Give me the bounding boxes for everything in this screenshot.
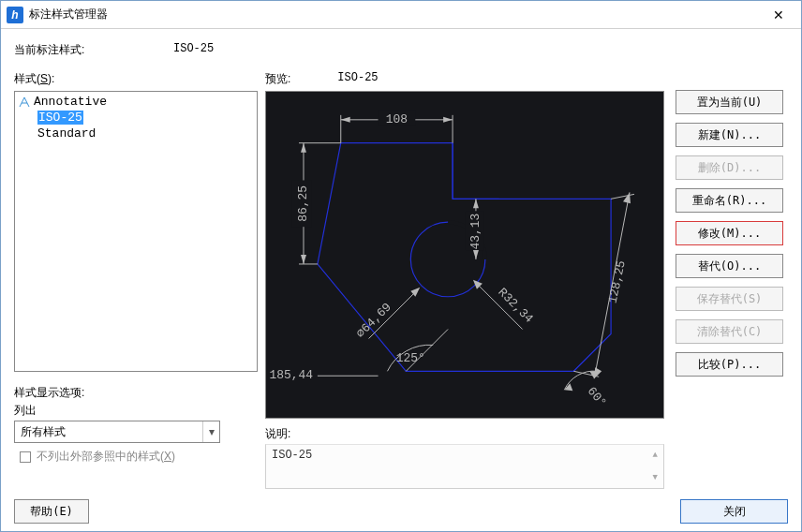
dropdown-value: 所有样式 [15,424,202,440]
footer: 关闭 [680,499,788,524]
modify-button[interactable]: 修改(M)... [676,221,783,245]
display-options: 样式显示选项: 列出 所有样式 ▾ 不列出外部参照中的样式(X) [14,385,258,465]
styles-listbox[interactable]: Annotative ISO-25 Standard [14,91,258,372]
current-style-row: 当前标注样式: ISO-25 [14,42,788,58]
filter-dropdown[interactable]: 所有样式 ▾ [14,421,220,443]
description-box: ISO-25 ▲ ▼ [265,444,664,489]
description-value: ISO-25 [272,449,312,462]
list-label: 列出 [14,403,258,419]
override-button[interactable]: 替代(O)... [676,254,783,278]
svg-line-21 [611,194,634,199]
svg-text:R32,34: R32,34 [495,285,536,326]
list-item[interactable]: Standard [19,126,253,141]
svg-text:128,25: 128,25 [605,259,628,305]
help-button-wrap: 帮助(E) [14,499,89,524]
svg-text:125°: 125° [396,351,425,365]
xref-checkbox-row[interactable]: 不列出外部参照中的样式(X) [14,449,258,465]
svg-marker-11 [301,143,306,153]
help-button[interactable]: 帮助(E) [14,499,89,524]
close-icon[interactable]: ✕ [758,2,799,28]
list-item[interactable]: ISO-25 [19,110,253,126]
checkbox-label: 不列出外部参照中的样式(X) [37,449,175,465]
compare-button[interactable]: 比较(P)... [676,352,783,377]
annotative-icon [19,96,30,108]
svg-marker-17 [473,250,479,259]
display-options-heading: 样式显示选项: [14,385,258,401]
main-row: 样式(S): Annotative ISO-25 [14,71,788,489]
svg-marker-16 [473,199,479,208]
description-section: 说明: ISO-25 ▲ ▼ [265,426,668,489]
preview-label: 预览: [265,71,290,87]
preview-canvas: 108 86,25 43,13 [265,91,664,419]
svg-text:86,25: 86,25 [296,185,310,222]
svg-text:43,13: 43,13 [468,214,483,250]
current-style-label: 当前标注样式: [14,42,173,58]
set-current-button[interactable]: 置为当前(U) [676,90,783,114]
preview-column: 预览: ISO-25 [265,71,668,489]
current-style-value: ISO-25 [173,42,214,58]
checkbox-icon [20,451,31,463]
svg-marker-12 [301,255,306,264]
buttons-column: 置为当前(U) 新建(N)... 删除(D)... 重命名(R)... 修改(M… [676,71,788,489]
preview-name: ISO-25 [337,71,378,87]
dialog-window: h 标注样式管理器 ✕ 当前标注样式: ISO-25 样式(S): Annota [0,0,802,532]
scroll-down-icon[interactable]: ▼ [653,473,658,482]
list-item-label: ISO-25 [37,111,83,125]
new-button[interactable]: 新建(N)... [676,123,783,147]
styles-column: 样式(S): Annotative ISO-25 [14,71,258,489]
svg-marker-5 [443,117,453,123]
window-title: 标注样式管理器 [29,7,758,22]
rename-button[interactable]: 重命名(R)... [676,188,783,213]
clear-override-button[interactable]: 清除替代(C) [676,319,783,344]
close-button[interactable]: 关闭 [680,499,788,524]
list-item[interactable]: Annotative [19,94,253,110]
description-scroll[interactable]: ▲ ▼ [653,451,658,482]
svg-text:⌀64,69: ⌀64,69 [353,300,394,340]
list-item-label: Annotative [34,95,107,109]
description-label: 说明: [265,426,668,442]
preview-header: 预览: ISO-25 [265,71,668,87]
titlebar: h 标注样式管理器 ✕ [1,1,801,29]
scroll-up-icon[interactable]: ▲ [653,451,658,460]
svg-marker-4 [341,117,350,123]
content-area: 当前标注样式: ISO-25 样式(S): Annotative [1,29,801,531]
chevron-down-icon: ▾ [202,421,219,442]
svg-marker-23 [623,192,631,203]
list-item-label: Standard [37,126,96,140]
app-icon: h [7,7,23,23]
svg-text:108: 108 [386,112,408,126]
svg-text:60°: 60° [585,384,609,409]
save-override-button[interactable]: 保存替代(S) [676,287,783,311]
styles-label: 样式(S): [14,71,258,87]
svg-text:185,44: 185,44 [269,368,313,382]
delete-button[interactable]: 删除(D)... [676,155,783,180]
